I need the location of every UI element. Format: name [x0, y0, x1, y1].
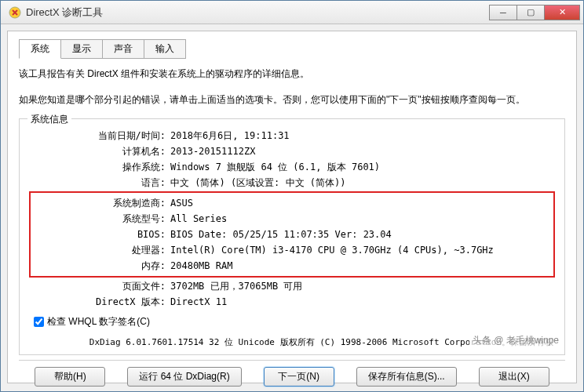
tab-sound[interactable]: 声音: [102, 39, 144, 59]
value: Intel(R) Core(TM) i3-4170 CPU @ 3.70GHz …: [170, 243, 549, 257]
group-title: 系统信息: [27, 113, 71, 126]
info-rows: 当前日期/时间: 2018年6月6日, 19:11:31 计算机名: 2013-…: [29, 129, 555, 309]
value: BIOS Date: 05/25/15 11:07:35 Ver: 23.04: [170, 227, 549, 241]
label: 计算机名:: [29, 144, 170, 158]
value: 2018年6月6日, 19:11:31: [170, 129, 555, 143]
row-computer: 计算机名: 2013-20151112ZX: [29, 144, 555, 158]
save-button[interactable]: 保存所有信息(S)...: [356, 367, 457, 387]
whql-checkbox[interactable]: [34, 317, 44, 327]
intro-p2: 如果您知道是哪个部分引起的错误，请单击上面适当的选项卡。否则，您可以使用下面的"…: [19, 93, 565, 107]
row-mfr: 系统制造商: ASUS: [35, 196, 549, 210]
row-model: 系统型号: All Series: [35, 212, 549, 226]
highlight-box: 系统制造商: ASUS 系统型号: All Series BIOS: BIOS …: [29, 191, 555, 278]
dxdiag-window: DirectX 诊断工具 ─ ▢ ✕ 系统 显示 声音 输入 该工具报告有关 D…: [0, 0, 584, 392]
run64-button[interactable]: 运行 64 位 DxDiag(R): [127, 367, 241, 387]
label: 页面文件:: [29, 279, 170, 293]
window-title: DirectX 诊断工具: [26, 5, 490, 20]
row-os: 操作系统: Windows 7 旗舰版 64 位 (6.1, 版本 7601): [29, 160, 555, 174]
tab-display[interactable]: 显示: [60, 39, 103, 59]
window-controls: ─ ▢ ✕: [490, 5, 580, 20]
value: ASUS: [170, 196, 549, 210]
close-button[interactable]: ✕: [544, 5, 580, 20]
client-area: 系统 显示 声音 输入 该工具报告有关 DirectX 组件和安装在系统上的驱动…: [1, 24, 583, 390]
titlebar: DirectX 诊断工具 ─ ▢ ✕: [1, 1, 583, 24]
label: DirectX 版本:: [29, 295, 170, 309]
tab-strip: 系统 显示 声音 输入: [19, 39, 565, 59]
minimize-button[interactable]: ─: [489, 5, 517, 20]
value: 中文 (简体) (区域设置: 中文 (简体)): [170, 176, 555, 190]
app-icon: [9, 6, 21, 19]
exit-button[interactable]: 退出(X): [479, 367, 549, 387]
label: 系统型号:: [35, 212, 170, 226]
label: 操作系统:: [29, 160, 170, 174]
row-datetime: 当前日期/时间: 2018年6月6日, 19:11:31: [29, 129, 555, 143]
next-button[interactable]: 下一页(N): [264, 367, 334, 387]
tab-input[interactable]: 输入: [144, 39, 186, 59]
value: 20480MB RAM: [170, 259, 549, 273]
row-pagefile: 页面文件: 3702MB 已用，37065MB 可用: [29, 279, 555, 293]
help-button[interactable]: 帮助(H): [35, 367, 105, 387]
value: All Series: [170, 212, 549, 226]
main-panel: 系统 显示 声音 输入 该工具报告有关 DirectX 组件和安装在系统上的驱动…: [7, 31, 577, 383]
tab-system[interactable]: 系统: [19, 39, 61, 59]
label: 处理器:: [35, 243, 170, 257]
system-info-group: 系统信息 当前日期/时间: 2018年6月6日, 19:11:31 计算机名: …: [19, 118, 565, 355]
label: 当前日期/时间:: [29, 129, 170, 143]
button-bar: 帮助(H) 运行 64 位 DxDiag(R) 下一页(N) 保存所有信息(S)…: [19, 360, 565, 387]
intro-p1: 该工具报告有关 DirectX 组件和安装在系统上的驱动程序的详细信息。: [19, 67, 565, 82]
value: 3702MB 已用，37065MB 可用: [170, 279, 555, 293]
row-mem: 内存: 20480MB RAM: [35, 259, 549, 273]
watermark: 头条 @ 老毛桃winpe: [469, 333, 562, 348]
row-dx: DirectX 版本: DirectX 11: [29, 295, 555, 309]
intro-text: 该工具报告有关 DirectX 组件和安装在系统上的驱动程序的详细信息。 如果您…: [19, 67, 565, 107]
row-bios: BIOS: BIOS Date: 05/25/15 11:07:35 Ver: …: [35, 227, 549, 241]
label: 系统制造商:: [35, 196, 170, 210]
whql-checkbox-row[interactable]: 检查 WHQL 数字签名(C): [34, 315, 555, 328]
label: BIOS:: [35, 227, 170, 241]
whql-label: 检查 WHQL 数字签名(C): [47, 315, 150, 328]
label: 内存:: [35, 259, 170, 273]
row-cpu: 处理器: Intel(R) Core(TM) i3-4170 CPU @ 3.7…: [35, 243, 549, 257]
maximize-button[interactable]: ▢: [516, 5, 545, 20]
label: 语言:: [29, 176, 170, 190]
value: Windows 7 旗舰版 64 位 (6.1, 版本 7601): [170, 160, 555, 174]
value: DirectX 11: [170, 295, 555, 309]
row-lang: 语言: 中文 (简体) (区域设置: 中文 (简体)): [29, 176, 555, 190]
value: 2013-20151112ZX: [170, 144, 555, 158]
